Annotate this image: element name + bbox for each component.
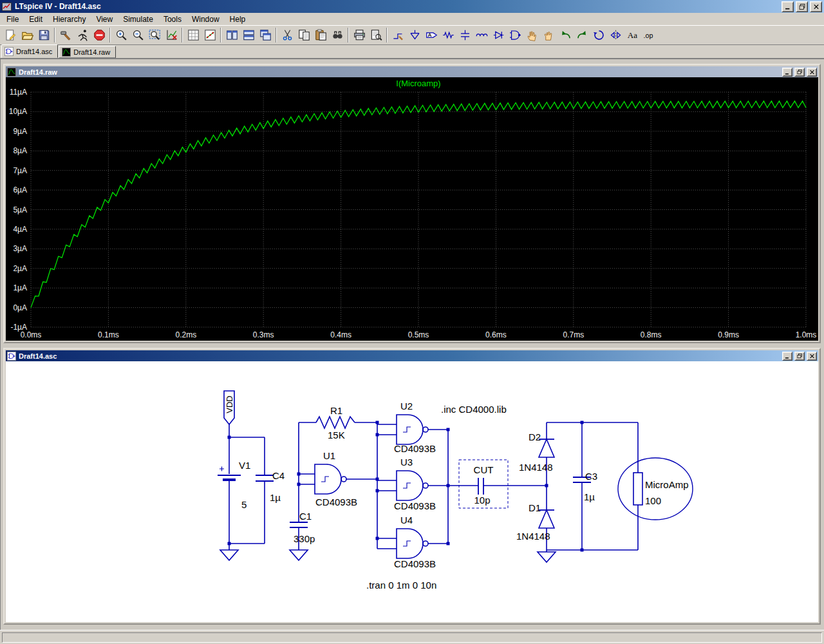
drag-icon[interactable]	[540, 27, 557, 43]
print-icon[interactable]	[351, 27, 368, 43]
component-label[interactable]: U2	[400, 401, 413, 412]
component-label[interactable]: D2	[529, 431, 541, 442]
schematic-close-button[interactable]	[807, 352, 817, 361]
component-label[interactable]: R1	[330, 405, 342, 416]
component-d2-diode[interactable]: D2 1N4148	[519, 431, 554, 473]
waveform-pane[interactable]: 11µA10µA9µA8µA7µA6µA5µA4µA3µA2µA1µA0µA-1…	[6, 77, 818, 341]
component-value[interactable]: 1µ	[270, 492, 281, 503]
component-v1-voltage-source[interactable]: V1 5	[218, 460, 250, 510]
schematic-wires[interactable]	[229, 422, 638, 552]
component-value[interactable]: 5	[241, 499, 247, 510]
component-label[interactable]: D1	[529, 502, 541, 513]
rotate-icon[interactable]	[590, 27, 607, 43]
component-label[interactable]: MicroAmp	[645, 479, 689, 490]
component-u4-nand-gate[interactable]: U4 CD4093B	[394, 515, 436, 569]
diode-icon[interactable]	[490, 27, 507, 43]
waveform-restore-button[interactable]	[794, 68, 805, 77]
ground-icon[interactable]	[406, 27, 423, 43]
component-u2-nand-gate[interactable]: U2 CD4093B	[394, 401, 436, 454]
save-icon[interactable]	[35, 27, 52, 43]
menu-tools[interactable]: Tools	[158, 14, 187, 25]
undo-icon[interactable]	[557, 27, 574, 43]
grid-icon[interactable]	[185, 27, 201, 43]
text-icon[interactable]: Aa	[624, 27, 641, 43]
inductor-icon[interactable]	[473, 27, 490, 43]
menu-help[interactable]: Help	[225, 14, 251, 25]
capacitor-icon[interactable]	[456, 27, 473, 43]
schematic-titlebar[interactable]: Draft14.asc	[6, 350, 818, 361]
component-value[interactable]: CD4093B	[394, 558, 436, 569]
component-value[interactable]: CD4093B	[394, 500, 436, 511]
restore-button[interactable]	[796, 1, 808, 12]
open-icon[interactable]	[19, 27, 35, 43]
waveform-minimize-button[interactable]	[782, 68, 792, 77]
cascade-windows-icon[interactable]	[257, 27, 274, 43]
component-value[interactable]: 1N4148	[516, 531, 550, 542]
tile-vertical-icon[interactable]	[223, 27, 240, 43]
component-label[interactable]: U3	[400, 457, 413, 468]
component-u3-nand-gate[interactable]: U3 CD4093B	[394, 457, 436, 511]
component-value[interactable]: CD4093B	[315, 497, 357, 507]
close-button[interactable]	[810, 1, 822, 12]
label-net-icon[interactable]	[423, 27, 440, 43]
component-label[interactable]: CUT	[474, 464, 494, 475]
component-label[interactable]: C3	[585, 471, 597, 482]
trace-title[interactable]: I(Microamp)	[396, 79, 440, 88]
run-icon[interactable]	[74, 27, 91, 43]
menu-edit[interactable]: Edit	[24, 14, 48, 25]
component-microamp-meter[interactable]: MicroAmp 100	[618, 458, 693, 520]
waveform-titlebar[interactable]: Draft14.raw	[6, 66, 818, 77]
component-value[interactable]: 15K	[328, 430, 345, 440]
component-c4-capacitor[interactable]: C4 1µ	[256, 470, 285, 503]
menu-window[interactable]: Window	[187, 14, 225, 25]
waveform-close-button[interactable]	[807, 68, 817, 77]
resistor-icon[interactable]	[440, 27, 456, 43]
schematic-restore-button[interactable]	[794, 352, 805, 361]
tile-horizontal-icon[interactable]	[240, 27, 257, 43]
move-icon[interactable]	[523, 27, 540, 43]
tab-draft14-raw[interactable]: Draft14.raw	[59, 46, 116, 58]
component-label[interactable]: U1	[323, 450, 335, 461]
wire-icon[interactable]	[389, 27, 406, 43]
component-value[interactable]: 1µ	[584, 491, 595, 502]
schematic-canvas[interactable]: VDD V1 5 C4 1µ	[6, 361, 818, 622]
mirror-icon[interactable]	[607, 27, 624, 43]
component-value[interactable]: 100	[645, 495, 661, 506]
halt-icon[interactable]	[91, 27, 108, 43]
spice-directive-icon[interactable]: .op	[641, 27, 657, 43]
zoom-back-icon[interactable]	[129, 27, 146, 43]
minimize-button[interactable]	[782, 1, 794, 12]
component-label[interactable]: C4	[272, 470, 285, 481]
waveform-plot[interactable]: 11µA10µA9µA8µA7µA6µA5µA4µA3µA2µA1µA0µA-1…	[6, 77, 818, 341]
mark-points-icon[interactable]	[201, 27, 218, 43]
print-preview-icon[interactable]	[368, 27, 384, 43]
component-label[interactable]: U4	[400, 515, 413, 526]
find-icon[interactable]	[329, 27, 346, 43]
menu-view[interactable]: View	[91, 14, 118, 25]
component-value[interactable]: 1N4148	[519, 462, 553, 473]
zoom-full-extents-icon[interactable]	[146, 27, 163, 43]
copy-icon[interactable]	[295, 27, 312, 43]
component-value[interactable]: 330p	[294, 533, 315, 544]
schematic-pane[interactable]: VDD V1 5 C4 1µ	[6, 361, 818, 622]
component-label[interactable]: V1	[239, 460, 250, 471]
schematic-minimize-button[interactable]	[782, 352, 792, 361]
control-panel-icon[interactable]	[57, 27, 74, 43]
component-c3-capacitor[interactable]: C3 1µ	[573, 471, 597, 502]
menu-hierarchy[interactable]: Hierarchy	[48, 14, 91, 25]
component-icon[interactable]	[507, 27, 523, 43]
component-value[interactable]: 10p	[474, 495, 490, 506]
cut-icon[interactable]	[279, 27, 295, 43]
menu-file[interactable]: File	[1, 14, 24, 25]
component-cut-capacitor[interactable]: CUT 10p	[459, 460, 508, 508]
component-value[interactable]: CD4093B	[394, 443, 436, 454]
new-schematic-icon[interactable]	[2, 27, 19, 43]
power-flag-vdd[interactable]: VDD	[224, 391, 234, 424]
zoom-area-icon[interactable]	[113, 27, 129, 43]
wire[interactable]	[229, 422, 638, 552]
autorange-icon[interactable]	[163, 27, 180, 43]
tab-draft14-asc[interactable]: Draft14.asc	[1, 44, 58, 58]
redo-icon[interactable]	[574, 27, 590, 43]
component-r1-resistor[interactable]: R1 15K	[316, 405, 355, 440]
component-d1-diode[interactable]: D1 1N4148	[516, 502, 554, 542]
